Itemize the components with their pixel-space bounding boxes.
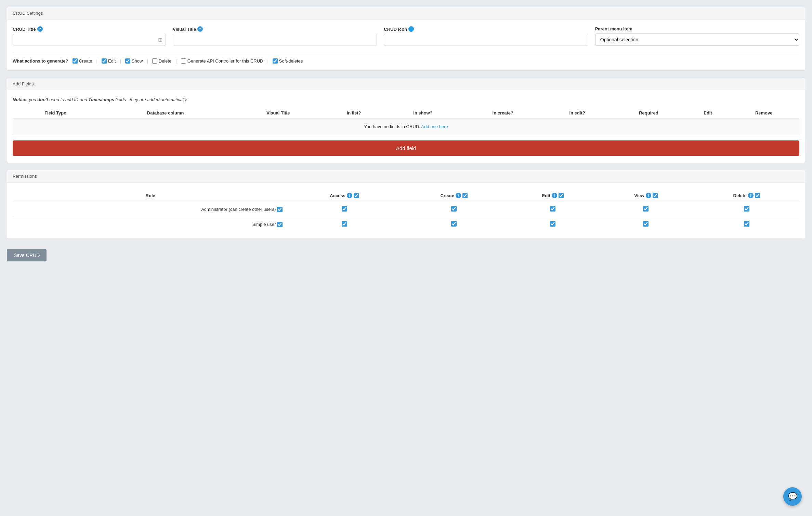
visual-title-group: Visual Title ? bbox=[173, 26, 377, 45]
admin-access-checkbox[interactable] bbox=[342, 206, 347, 212]
action-api: Generate API Controller for this CRUD bbox=[181, 58, 263, 64]
parent-menu-group: Parent menu item Optional selection bbox=[595, 26, 799, 46]
crud-icon-input[interactable]: fa-gears bbox=[384, 34, 588, 45]
notice-text: Notice: you don't need to add ID and Tim… bbox=[13, 97, 799, 102]
crud-icon-globe-icon[interactable]: 🌐 bbox=[408, 26, 414, 32]
add-fields-body: Notice: you don't need to add ID and Tim… bbox=[7, 90, 805, 163]
crud-title-input-wrapper: ⊞ bbox=[13, 34, 166, 45]
col-in-edit: In edit? bbox=[544, 108, 610, 119]
action-create-checkbox[interactable] bbox=[73, 58, 78, 64]
action-delete-checkbox[interactable] bbox=[152, 58, 157, 64]
admin-create-checkbox[interactable] bbox=[451, 206, 457, 212]
create-all-checkbox[interactable] bbox=[462, 193, 468, 198]
no-fields-row: You have no fields in CRUD. Add one here bbox=[13, 119, 799, 135]
visual-title-label: Visual Title ? bbox=[173, 26, 377, 32]
perm-row-admin: Administrator (can create other users) bbox=[13, 202, 799, 217]
visual-title-info-icon[interactable]: ? bbox=[197, 26, 203, 32]
admin-delete-checkbox[interactable] bbox=[744, 206, 749, 212]
edit-info-icon[interactable]: ? bbox=[552, 193, 557, 198]
simple-user-delete-checkbox[interactable] bbox=[744, 221, 749, 227]
crud-settings-title: CRUD Settings bbox=[13, 11, 43, 16]
crud-title-input[interactable] bbox=[13, 34, 166, 45]
fields-table: Field Type Database column Visual Title … bbox=[13, 108, 799, 135]
action-edit-checkbox[interactable] bbox=[102, 58, 107, 64]
perm-col-edit: Edit ? bbox=[508, 189, 598, 202]
action-delete: Delete bbox=[152, 58, 172, 64]
permissions-title: Permissions bbox=[13, 174, 37, 179]
col-in-list: In list? bbox=[324, 108, 384, 119]
col-in-create: In create? bbox=[461, 108, 544, 119]
col-db-column: Database column bbox=[98, 108, 233, 119]
add-fields-title: Add Fields bbox=[13, 81, 34, 86]
actions-row: What actions to generate? Create | Edit … bbox=[13, 53, 799, 64]
crud-settings-body: CRUD Title ? ⊞ Visual Title ? CR bbox=[7, 19, 805, 70]
access-all-checkbox[interactable] bbox=[354, 193, 359, 198]
permissions-body: Role Access ? Create ? bbox=[7, 182, 805, 239]
perm-col-access: Access ? bbox=[288, 189, 400, 202]
access-info-icon[interactable]: ? bbox=[347, 193, 352, 198]
col-visual-title: Visual Title bbox=[233, 108, 324, 119]
permissions-table: Role Access ? Create ? bbox=[13, 189, 799, 232]
action-softdeletes-checkbox[interactable] bbox=[273, 58, 278, 64]
crud-title-group: CRUD Title ? ⊞ bbox=[13, 26, 166, 45]
simple-user-role-checkbox[interactable] bbox=[277, 222, 283, 227]
perm-col-delete: Delete ? bbox=[694, 189, 799, 202]
delete-info-icon[interactable]: ? bbox=[748, 193, 754, 198]
action-edit: Edit bbox=[102, 58, 116, 64]
admin-role-checkbox[interactable] bbox=[277, 207, 283, 212]
perm-row-simple-user: Simple user bbox=[13, 217, 799, 232]
save-crud-button[interactable]: Save CRUD bbox=[7, 249, 47, 261]
action-show: Show bbox=[125, 58, 143, 64]
admin-edit-checkbox[interactable] bbox=[550, 206, 555, 212]
edit-all-checkbox[interactable] bbox=[559, 193, 564, 198]
permissions-header: Permissions bbox=[7, 170, 805, 182]
action-create: Create bbox=[73, 58, 92, 64]
simple-user-view-checkbox[interactable] bbox=[643, 221, 649, 227]
page-footer: Save CRUD bbox=[7, 246, 805, 265]
perm-col-view: View ? bbox=[598, 189, 694, 202]
simple-user-access-checkbox[interactable] bbox=[342, 221, 347, 227]
col-field-type: Field Type bbox=[13, 108, 98, 119]
crud-icon-label: CRUD Icon 🌐 bbox=[384, 26, 588, 32]
col-edit: Edit bbox=[687, 108, 729, 119]
crud-icon-group: CRUD Icon 🌐 fa-gears bbox=[384, 26, 588, 45]
simple-user-role-cell: Simple user bbox=[17, 222, 283, 227]
col-in-show: In show? bbox=[384, 108, 462, 119]
delete-all-checkbox[interactable] bbox=[755, 193, 760, 198]
col-required: Required bbox=[610, 108, 687, 119]
visual-title-input[interactable] bbox=[173, 34, 377, 45]
action-softdeletes: Soft-deletes bbox=[273, 58, 303, 64]
parent-menu-select[interactable]: Optional selection bbox=[595, 33, 799, 46]
add-one-here-link[interactable]: Add one here bbox=[421, 124, 448, 129]
add-fields-header: Add Fields bbox=[7, 78, 805, 90]
crud-settings-card: CRUD Settings CRUD Title ? ⊞ Visual Titl… bbox=[7, 7, 805, 71]
table-icon: ⊞ bbox=[158, 37, 162, 43]
add-field-button[interactable]: Add field bbox=[13, 140, 799, 156]
view-all-checkbox[interactable] bbox=[653, 193, 658, 198]
crud-title-label: CRUD Title ? bbox=[13, 26, 166, 32]
action-api-checkbox[interactable] bbox=[181, 58, 186, 64]
view-info-icon[interactable]: ? bbox=[646, 193, 651, 198]
no-fields-message: You have no fields in CRUD. Add one here bbox=[13, 119, 799, 135]
crud-fields-row: CRUD Title ? ⊞ Visual Title ? CR bbox=[13, 26, 799, 46]
admin-role-cell: Administrator (can create other users) bbox=[17, 207, 283, 212]
create-info-icon[interactable]: ? bbox=[456, 193, 461, 198]
crud-settings-header: CRUD Settings bbox=[7, 7, 805, 19]
simple-user-create-checkbox[interactable] bbox=[451, 221, 457, 227]
admin-view-checkbox[interactable] bbox=[643, 206, 649, 212]
add-fields-card: Add Fields Notice: you don't need to add… bbox=[7, 78, 805, 163]
col-remove: Remove bbox=[729, 108, 799, 119]
simple-user-edit-checkbox[interactable] bbox=[550, 221, 555, 227]
permissions-card: Permissions Role Access ? Create bbox=[7, 170, 805, 239]
action-show-checkbox[interactable] bbox=[125, 58, 130, 64]
perm-col-create: Create ? bbox=[401, 189, 508, 202]
crud-title-info-icon[interactable]: ? bbox=[37, 26, 43, 32]
actions-label: What actions to generate? bbox=[13, 58, 68, 64]
perm-col-role: Role bbox=[13, 189, 288, 202]
parent-menu-label: Parent menu item bbox=[595, 26, 799, 31]
